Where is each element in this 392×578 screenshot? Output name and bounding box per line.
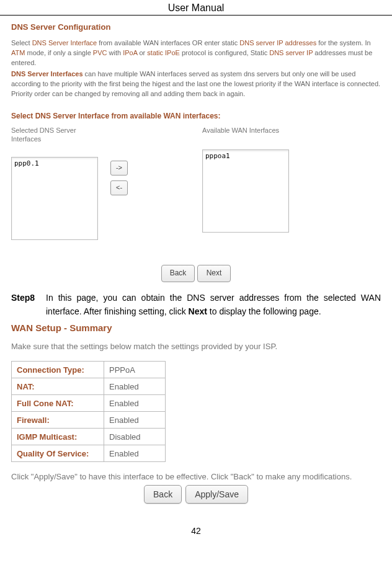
page-header: User Manual <box>0 0 392 16</box>
apply-save-button[interactable]: Apply/Save <box>185 485 248 504</box>
text: to display the following page. <box>207 306 321 316</box>
hl-bold-text: DNS Server Interfaces <box>11 70 83 78</box>
step-text: In this page, you can obtain the DNS ser… <box>46 291 381 319</box>
list-item[interactable]: ppp0.1 <box>14 159 95 169</box>
move-left-button[interactable]: <- <box>110 180 128 195</box>
page-number: 42 <box>11 526 381 543</box>
back-button[interactable]: Back <box>144 485 182 504</box>
hl-text: DNS Server Interface <box>32 39 97 47</box>
back-button[interactable]: Back <box>161 265 195 282</box>
dns-nav-buttons: Back Next <box>11 265 381 282</box>
cell-key: Quality Of Service: <box>12 445 104 461</box>
cell-value: Enabled <box>104 394 166 411</box>
step8-row: Step8 In this page, you can obtain the D… <box>11 291 381 319</box>
available-interfaces-label: Available WAN Interfaces <box>202 126 301 136</box>
screenshot-dns-config: DNS Server Configuration Select DNS Serv… <box>11 22 381 282</box>
hl-text: ATM <box>11 49 25 56</box>
available-interfaces-listbox[interactable]: pppoa1 <box>202 149 289 233</box>
selected-interfaces-column: Selected DNS Server Interfaces ppp0.1 <box>11 126 98 241</box>
table-row: Full Cone NAT:Enabled <box>12 394 166 411</box>
text: Selected DNS Server <box>11 127 76 134</box>
cell-value: PPPoA <box>104 361 166 378</box>
move-right-button[interactable]: -> <box>110 161 128 176</box>
wan-summary-note: Make sure that the settings below match … <box>11 342 381 351</box>
next-button[interactable]: Next <box>197 265 231 282</box>
available-interfaces-column: Available WAN Interfaces pppoa1 <box>202 126 301 233</box>
table-row: Quality Of Service:Enabled <box>12 445 166 461</box>
screenshot-wan-summary: WAN Setup - Summary Make sure that the s… <box>11 322 381 504</box>
wan-summary-buttons: Back Apply/Save <box>11 485 381 504</box>
wan-summary-title: WAN Setup - Summary <box>11 322 381 333</box>
hl-text: DNS server IP <box>269 49 313 56</box>
hl-text: DNS server IP addresses <box>239 39 316 47</box>
table-row: Firewall:Enabled <box>12 411 166 428</box>
page-content: DNS Server Configuration Select DNS Serv… <box>0 16 392 543</box>
cell-key: Firewall: <box>12 411 104 428</box>
table-row: NAT:Enabled <box>12 378 166 394</box>
selected-interfaces-label: Selected DNS Server Interfaces <box>11 126 98 144</box>
hl-text: PVC <box>93 49 107 56</box>
wan-summary-bottom-note: Click "Apply/Save" to have this interfac… <box>11 472 381 481</box>
cell-key: Full Cone NAT: <box>12 394 104 411</box>
text: from available WAN interfaces OR enter s… <box>97 39 239 47</box>
cell-value: Enabled <box>104 378 166 394</box>
arrow-buttons: -> <- <box>110 161 128 195</box>
text: or <box>137 49 147 56</box>
hl-text: IPoA <box>123 49 137 56</box>
cell-key: IGMP Multicast: <box>12 428 104 445</box>
text: with <box>107 49 123 56</box>
hl-text: static IPoE <box>147 49 180 56</box>
cell-value: Disabled <box>104 428 166 445</box>
dns-select-heading: Select DNS Server Interface from availab… <box>11 111 381 122</box>
dns-config-title: DNS Server Configuration <box>11 22 381 33</box>
table-row: IGMP Multicast:Disabled <box>12 428 166 445</box>
cell-key: Connection Type: <box>12 361 104 378</box>
summary-table: Connection Type:PPPoA NAT:Enabled Full C… <box>11 361 166 462</box>
dns-config-paragraph-1: Select DNS Server Interface from availab… <box>11 38 381 68</box>
cell-value: Enabled <box>104 411 166 428</box>
cell-key: NAT: <box>12 378 104 394</box>
table-row: Connection Type:PPPoA <box>12 361 166 378</box>
text: Select <box>11 39 32 47</box>
bold-text: Next <box>189 306 207 316</box>
selected-interfaces-listbox[interactable]: ppp0.1 <box>11 157 98 240</box>
text: protocol is configured, Static <box>180 49 269 56</box>
interface-row: Selected DNS Server Interfaces ppp0.1 ->… <box>11 126 381 241</box>
cell-value: Enabled <box>104 445 166 461</box>
step-label: Step8 <box>11 291 46 305</box>
list-item[interactable]: pppoa1 <box>205 151 286 161</box>
text: Interfaces <box>11 135 41 143</box>
text: mode, if only a single <box>25 49 92 56</box>
text: for the system. In <box>316 39 370 47</box>
dns-config-paragraph-2: DNS Server Interfaces can have multiple … <box>11 69 381 99</box>
